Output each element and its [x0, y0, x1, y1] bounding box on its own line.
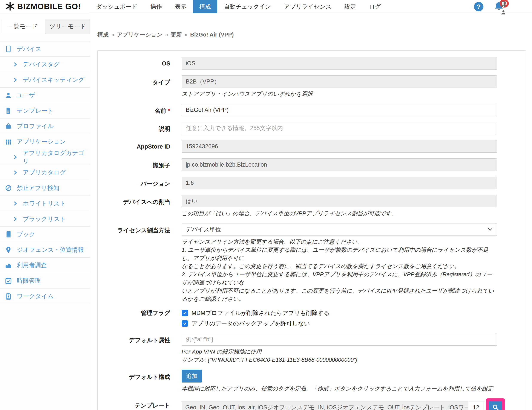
organization-building-icon[interactable] [500, 1, 507, 8]
logo-text: BIZMOBILE GO! [17, 2, 81, 11]
sidebar-item[interactable]: ホワイトリスト [0, 196, 90, 211]
sidebar-item-label: プロファイル [17, 122, 54, 130]
sidebar-item[interactable]: ユーザ [0, 88, 90, 103]
nav-item[interactable]: 自動チェックイン [217, 0, 277, 13]
nav-item[interactable]: 構成 [193, 0, 217, 13]
search-icon [492, 404, 499, 410]
form-row-description: 説明 [98, 122, 526, 134]
description-label: 説明 [98, 122, 170, 134]
nav-item[interactable]: ログ [362, 0, 387, 13]
breadcrumb-segment[interactable]: 構成 [97, 31, 109, 38]
tab-tree-mode[interactable]: ツリーモード [45, 19, 90, 34]
sidebar-item[interactable]: デバイス [0, 41, 90, 57]
name-field[interactable] [182, 104, 497, 116]
form-row-template: テンプレート Geo_IN, Geo_OUT, ios_air, iOSジオフェ… [98, 398, 526, 410]
chevron-right-icon [12, 216, 18, 222]
time-limit-calendar-icon [5, 277, 12, 284]
sidebar-item[interactable]: ジオフェンス・位置情報 [0, 242, 90, 258]
nav-item[interactable]: 操作 [144, 0, 168, 13]
form-row-version: バージョン [98, 177, 526, 189]
add-button[interactable]: 追加 [182, 370, 202, 383]
sidebar-item-label: 時限管理 [17, 277, 41, 285]
breadcrumb-segment[interactable]: 更新 [171, 31, 182, 38]
template-search-button[interactable] [489, 401, 502, 410]
name-label: 名前* [98, 104, 170, 116]
checkbox-row: アプリのデータのバックアップを許可しない [182, 320, 497, 327]
applications-grid-icon [5, 138, 12, 145]
checkbox-row: MDMプロファイルが削除されたらアプリも削除する [182, 309, 497, 317]
template-label: テンプレート [98, 398, 170, 410]
sidebar-item[interactable]: 禁止アプリ検知 [0, 180, 90, 196]
sidebar-item-label: 利用者調査 [17, 261, 47, 269]
sidebar-item-label: ワークタイム [17, 292, 54, 300]
required-asterisk: * [168, 108, 170, 114]
sidebar-item[interactable]: アプリカタログカテゴリ [0, 149, 90, 165]
sidebar-item[interactable]: アプリケーション [0, 134, 90, 149]
user-account-icon[interactable] [500, 9, 506, 16]
description-field[interactable] [182, 122, 497, 134]
sidebar-item[interactable]: 時限管理 [0, 273, 90, 289]
nav-item[interactable]: アプリライセンス [277, 0, 338, 13]
form-row-name: 名前* [98, 104, 526, 116]
banned-app-icon [5, 184, 12, 192]
sidebar-item-label: ホワイトリスト [23, 200, 66, 208]
device-assignment-field [182, 195, 497, 207]
default-attributes-field[interactable] [182, 333, 497, 346]
checkbox-remove-app-with-mdm[interactable] [182, 310, 188, 316]
appstore-id-field [182, 140, 497, 153]
form-row-license-method: ライセンス割当方法 ライセンスアサイン方法を変更する場合、以下の点にご注意くださ… [98, 223, 526, 303]
profile-icon [5, 123, 12, 130]
sidebar-item-label: アプリケーション [17, 137, 66, 146]
geofence-pin-icon [5, 246, 12, 254]
sidebar-item-label: ユーザ [17, 91, 35, 99]
breadcrumb: 構成»アプリケーション»更新»BizGo! Air (VPP) [97, 31, 526, 38]
breadcrumb-separator: » [184, 31, 187, 38]
nav-item[interactable]: 設定 [338, 0, 362, 13]
sidebar-item-label: ジオフェンス・位置情報 [17, 246, 84, 254]
manage-flags-label: 管理フラグ [98, 309, 170, 330]
main-content: 構成»アプリケーション»更新»BizGo! Air (VPP) OS タイプ ス… [90, 13, 532, 410]
form-row-appstore-id: AppStore ID [98, 140, 526, 153]
identifier-field [182, 158, 497, 171]
sidebar-item[interactable]: アプリカタログ [0, 165, 90, 180]
sidebar-mode-tabs: 一覧モード ツリーモード [0, 19, 90, 34]
os-field [182, 57, 497, 70]
chevron-right-icon [12, 170, 18, 175]
sidebar-item[interactable]: ブック [0, 227, 90, 242]
help-icon[interactable]: ? [474, 2, 484, 11]
template-count: 12 [468, 401, 484, 410]
sidebar-item[interactable]: テンプレート [0, 103, 90, 118]
form-row-default-config: デフォルト構成 追加 本機能に対応したアプリのみ、任意のタグを定義。「作成」ボタ… [98, 370, 526, 393]
form-row-manage-flags: 管理フラグ MDMプロファイルが削除されたらアプリも削除する アプリのデータのバ… [98, 309, 526, 330]
checkbox-label: アプリのデータのバックアップを許可しない [191, 320, 310, 327]
sidebar-item[interactable]: ブラックリスト [0, 211, 90, 227]
checkbox-label: MDMプロファイルが削除されたらアプリも削除する [191, 309, 330, 317]
sidebar-item[interactable]: 利用者調査 [0, 258, 90, 273]
nav-item[interactable]: ダッシュボード [90, 0, 144, 13]
sidebar-item[interactable]: デバイスタグ [0, 57, 90, 72]
default-config-label: デフォルト構成 [98, 370, 170, 393]
breadcrumb-segment: BizGo! Air (VPP) [190, 31, 234, 38]
breadcrumb-separator: » [165, 31, 168, 38]
sidebar-item-label: アプリカタログカテゴリ [23, 149, 90, 165]
chevron-right-icon [12, 62, 18, 67]
nav-item[interactable]: 表示 [168, 0, 193, 13]
search-button-highlight [486, 398, 505, 410]
version-field [182, 177, 497, 189]
type-label: タイプ [98, 75, 170, 98]
breadcrumb-separator: » [111, 31, 114, 38]
default-attributes-label: デフォルト属性 [98, 333, 170, 364]
device-assignment-help-text: この項目が「はい」の場合、デバイス単位のVPPアプリライセンス割当が可能です。 [182, 209, 497, 218]
top-navbar: BIZMOBILE GO! ダッシュボード操作表示構成自動チェックインアプリライ… [0, 0, 532, 13]
sidebar-item[interactable]: ワークタイム [0, 289, 90, 304]
sidebar-item[interactable]: デバイスキッティング [0, 72, 90, 88]
sidebar-item[interactable]: プロファイル [0, 118, 90, 134]
device-icon [5, 45, 12, 53]
breadcrumb-segment[interactable]: アプリケーション [117, 31, 162, 38]
checkbox-disallow-backup[interactable] [182, 320, 188, 327]
form-row-default-attributes: デフォルト属性 Per-App VPN の設定機能に使用 サンプル: {"VPN… [98, 333, 526, 364]
form-row-device-assignment: デバイスへの割当 この項目が「はい」の場合、デバイス単位のVPPアプリライセンス… [98, 195, 526, 218]
identifier-label: 識別子 [98, 158, 170, 171]
tab-list-mode[interactable]: 一覧モード [0, 19, 45, 34]
license-method-select[interactable] [182, 223, 497, 236]
